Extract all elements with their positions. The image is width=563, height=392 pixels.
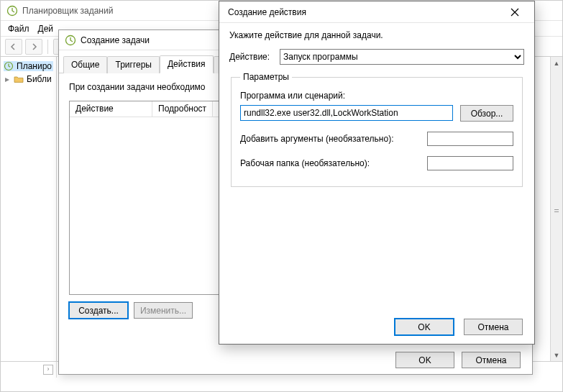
cancel-button[interactable]: Отмена xyxy=(462,352,521,368)
ok-button[interactable]: OK xyxy=(395,319,454,335)
expander-icon[interactable]: ▸ xyxy=(4,74,11,84)
workdir-label: Рабочая папка (необязательно): xyxy=(240,158,370,168)
tab-general[interactable]: Общие xyxy=(63,56,107,73)
create-action-dialog: Создание действия Укажите действие для д… xyxy=(219,1,535,345)
ok-button[interactable]: OK xyxy=(395,352,454,368)
scroll-thumb[interactable] xyxy=(554,209,559,212)
scroll-right-button[interactable]: › xyxy=(43,365,53,375)
program-label: Программа или сценарий: xyxy=(240,91,513,101)
vertical-scrollbar[interactable]: ▲ ▼ xyxy=(550,57,562,361)
nav-tree: Планиро ▸ Библи xyxy=(1,57,57,361)
tree-root-scheduler[interactable]: Планиро xyxy=(4,61,53,71)
dialog-title: Создание задачи xyxy=(81,35,150,45)
dialog-title: Создание действия xyxy=(228,7,306,17)
scroll-down-icon[interactable]: ▼ xyxy=(551,349,562,361)
nav-forward-button[interactable] xyxy=(25,39,42,55)
dialog-titlebar: Создание действия xyxy=(219,1,534,23)
tab-actions[interactable]: Действия xyxy=(160,55,214,73)
arguments-input[interactable] xyxy=(427,132,513,146)
instruction-text: Укажите действие для данной задачи. xyxy=(229,30,524,40)
cancel-button[interactable]: Отмена xyxy=(464,319,523,335)
column-action[interactable]: Действие xyxy=(70,101,152,117)
create-button[interactable]: Создать... xyxy=(69,302,128,319)
arguments-label: Добавить аргументы (необязательно): xyxy=(240,134,393,144)
close-button[interactable] xyxy=(500,3,530,22)
parameters-group: Параметры Программа или сценарий: Обзор.… xyxy=(231,72,523,187)
menu-file[interactable]: Файл xyxy=(8,24,29,34)
tree-item-library[interactable]: ▸ Библи xyxy=(4,74,53,84)
folder-icon xyxy=(14,74,24,84)
tree-item-label: Планиро xyxy=(17,61,52,71)
program-input[interactable] xyxy=(240,105,453,121)
tab-triggers[interactable]: Триггеры xyxy=(107,56,160,73)
toolbar-separator xyxy=(47,40,48,54)
menu-action[interactable]: Дей xyxy=(38,24,54,34)
workdir-input[interactable] xyxy=(427,156,513,170)
column-details[interactable]: Подробност xyxy=(152,101,213,117)
parameters-legend: Параметры xyxy=(240,72,292,82)
browse-button[interactable]: Обзор... xyxy=(460,105,513,122)
clock-icon xyxy=(6,5,18,17)
status-cell: › xyxy=(1,362,57,378)
tree-item-label: Библи xyxy=(27,74,52,84)
action-type-select[interactable]: Запуск программы xyxy=(280,49,524,65)
close-icon xyxy=(511,8,519,17)
window-title: Планировщик заданий xyxy=(22,6,113,16)
clock-icon xyxy=(4,61,14,71)
clock-icon xyxy=(65,35,76,46)
action-type-label: Действие: xyxy=(229,52,273,62)
edit-button: Изменить... xyxy=(134,302,193,319)
nav-back-button[interactable] xyxy=(5,39,22,55)
scroll-up-icon[interactable]: ▲ xyxy=(551,57,562,69)
